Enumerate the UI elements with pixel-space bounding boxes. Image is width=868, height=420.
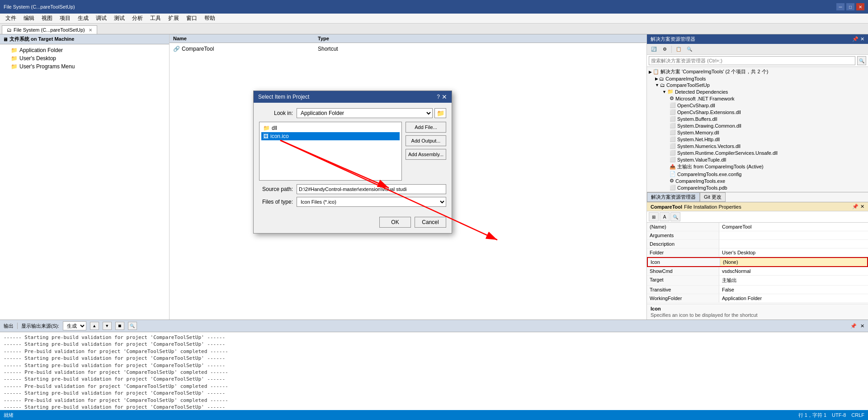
left-header-title: 文件系统 on Target Machine [9,36,74,43]
sol-tb-btn3[interactable]: 📋 [674,45,684,54]
sol-execonfig[interactable]: 📄 CompareImgTools.exe.config [648,171,867,177]
sol-sysvaltuple[interactable]: ⬜ System.ValueTuple.dll [648,156,867,163]
sol-compareimgtools-label: CompareImgTools [665,76,706,81]
file-row-comparetool[interactable]: 🔗 CompareTool Shortcut [171,45,645,53]
menu-extensions[interactable]: 扩展 [165,14,183,23]
props-tb-btn1[interactable]: ⊞ [649,212,659,221]
sol-expand-2: ▼ [655,83,659,87]
props-value-icon[interactable]: (None) [720,258,867,266]
sol-root[interactable]: ▶ 📋 解决方案 'CompareImgTools' (2 个项目，共 2 个) [648,68,867,76]
tree-item-appfolder[interactable]: 📁 Application Folder [2,46,167,54]
dialog-browse-btn[interactable]: 📁 [434,108,446,118]
sol-sysdrawing-label: System.Drawing.Common.dll [677,123,741,129]
window-minimize[interactable]: ─ [836,3,844,10]
props-row-showcmd: ShowCmd vsdscNormal [647,267,868,276]
sol-syshttp[interactable]: ⬜ System.Net.Http.dll [648,136,867,143]
sol-opencvsharpext[interactable]: ⬜ OpenCvSharp.Extensions.dll [648,109,867,115]
window-close[interactable]: ✕ [856,3,864,10]
sol-pin-btn[interactable]: 📌 [852,36,859,42]
status-ln: 行 1，字符 1 [798,412,826,419]
sol-sysmem[interactable]: ⬜ System.Memory.dll [648,129,867,136]
sol-search-input[interactable] [649,56,855,65]
sol-exe[interactable]: ⚙ CompareImgTools.exe [648,177,867,184]
output-line: ------ Starting pre-build validation for… [4,355,864,362]
sol-sysdrawing[interactable]: ⬜ System.Drawing.Common.dll [648,122,867,129]
menu-edit[interactable]: 编辑 [20,14,38,23]
menu-build[interactable]: 生成 [74,14,92,23]
dialog-file-item-ico[interactable]: 🖼 icon.ico [261,132,400,140]
sol-sysmem-label: System.Memory.dll [677,130,719,135]
props-tb-btn3[interactable]: 🔍 [670,212,680,221]
sol-dotnet[interactable]: ⚙ Microsoft .NET Framework [648,95,867,102]
folder-icon-programs: 📁 [11,63,18,70]
props-close-btn[interactable]: ✕ [860,204,864,210]
props-row-icon[interactable]: Icon (None) [647,257,868,267]
props-desc-text: Specifies an icon to be displayed for th… [651,312,864,318]
sol-detected-deps[interactable]: ▼ 📁 Detected Dependencies [648,88,867,95]
show-output-select[interactable]: 生成 [63,321,86,330]
sol-sysnumvec[interactable]: ⬜ System.Numerics.Vectors.dll [648,143,867,149]
menu-file[interactable]: 文件 [2,14,20,23]
dialog-cancel-btn[interactable]: Cancel [415,217,446,228]
add-file-btn[interactable]: Add File... [406,122,446,133]
dialog-file-item-dll[interactable]: 📁 dll [261,124,400,132]
sol-proj2-icon: 🗂 [660,82,665,88]
dialog-filetype-select[interactable]: Icon Files (*.ico) [297,197,446,207]
sol-pdb[interactable]: ⬜ CompareImgTools.pdb [648,184,867,191]
output-btn4[interactable]: 🔍 [128,322,137,330]
dialog-ok-btn[interactable]: OK [379,217,411,228]
sol-opencvsharp[interactable]: ⬜ OpenCvSharp.dll [648,102,867,109]
menu-test[interactable]: 测试 [110,14,128,23]
dialog-footer: OK Cancel [254,215,452,233]
sol-compareimgtools[interactable]: ▶ 🗂 CompareImgTools [648,76,867,82]
sol-dll-icon3: ⬜ [670,116,676,122]
menu-project[interactable]: 项目 [56,14,74,23]
output-btn1[interactable]: ▲ [90,322,99,330]
sol-pdb-icon: ⬜ [670,185,676,191]
menu-analyze[interactable]: 分析 [128,14,146,23]
add-output-btn[interactable]: Add Output... [406,135,446,146]
sol-sysbuffers-label: System.Buffers.dll [677,116,717,122]
output-pin-btn[interactable]: 📌 [850,323,857,329]
sol-search-btn[interactable]: 🔍 [857,56,866,65]
tab-filesystem[interactable]: 🗂 File System (C...pareToolSetUp) ✕ [2,25,97,34]
props-label-workingfolder: WorkingFolder [647,294,719,302]
dialog-sourcepath-input[interactable] [297,184,446,194]
dialog-lookin-select[interactable]: Application Folder [297,108,433,118]
menu-view[interactable]: 视图 [38,14,56,23]
sol-comparetoolsetup[interactable]: ▼ 🗂 CompareToolSetUp [648,82,867,88]
dialog-close-btn[interactable]: ✕ [442,93,447,100]
menu-tools[interactable]: 工具 [146,14,165,23]
tree-item-programs[interactable]: 📁 User's Programs Menu [2,62,167,71]
props-row-name: (Name) CompareTool [647,223,868,231]
add-assembly-btn[interactable]: Add Assembly... [406,149,446,160]
menu-debug[interactable]: 调试 [92,14,110,23]
output-btn3[interactable]: ⏹ [115,322,124,330]
output-line: ------ Pre-build validation for project … [4,397,864,404]
sol-tb-btn2[interactable]: ⚙ [660,45,670,54]
output-close-btn[interactable]: ✕ [860,323,864,329]
tab-close-icon[interactable]: ✕ [89,28,92,33]
output-line: ------ Starting pre-build validation for… [4,334,864,341]
menu-window[interactable]: 窗口 [183,14,201,23]
sol-close-btn[interactable]: ✕ [860,36,864,42]
tab-git-changes[interactable]: Git 更改 [700,192,726,202]
dialog-side-buttons: Add File... Add Output... Add Assembly..… [406,122,446,181]
sol-mainoutput[interactable]: 📤 主输出 from CompareImgTools (Active) [648,163,867,171]
sol-sysruntime[interactable]: ⬜ System.Runtime.CompilerServices.Unsafe… [648,149,867,156]
props-label-desc: Description [647,240,719,248]
dialog-help-btn[interactable]: ? [437,94,440,100]
window-restore[interactable]: □ [846,3,854,10]
menu-help[interactable]: 帮助 [201,14,219,23]
props-pin-btn[interactable]: 📌 [852,204,859,210]
tab-solution-explorer[interactable]: 解决方案资源管理器 [647,192,700,202]
sol-syshttp-label: System.Net.Http.dll [677,137,720,142]
dll-folder-icon: 📁 [263,125,270,131]
sol-tb-btn4[interactable]: 🔍 [684,45,694,54]
tree-item-desktop[interactable]: 📁 User's Desktop [2,54,167,62]
props-tb-btn2[interactable]: A [660,212,670,221]
output-btn2[interactable]: ▼ [103,322,112,330]
sol-sysbuffers[interactable]: ⬜ System.Buffers.dll [648,115,867,122]
folder-icon-desktop: 📁 [11,55,18,62]
sol-tb-btn1[interactable]: 🔄 [649,45,659,54]
